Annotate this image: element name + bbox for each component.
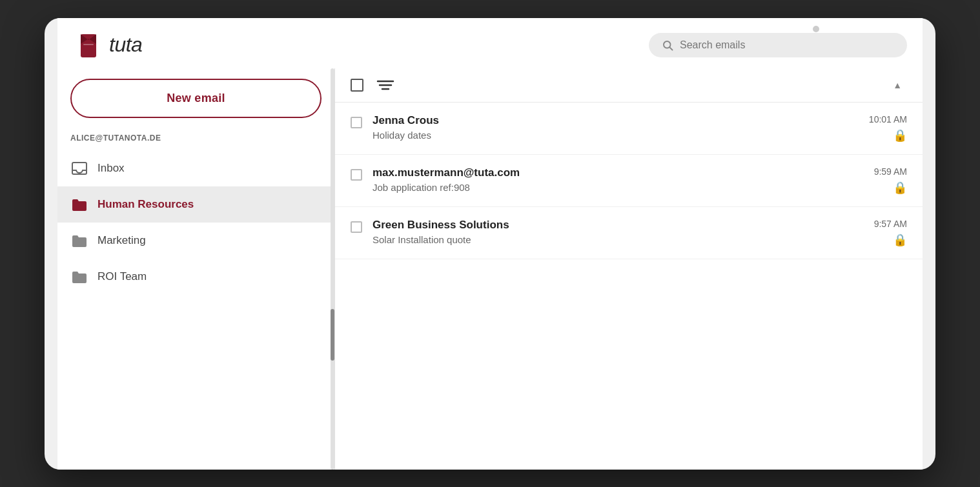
folder-hr-icon [70,195,88,214]
sidebar-item-roi-team[interactable]: ROI Team [57,259,334,295]
email-checkbox-3[interactable] [351,221,362,233]
main-layout: New email ALICE@TUTANOTA.DE Inbox Human … [57,68,923,470]
select-all-checkbox[interactable] [351,79,363,92]
email-content-2: max.mustermann@tuta.com Job application … [373,166,864,193]
inbox-icon [70,159,88,177]
email-checkbox-2[interactable] [351,169,362,181]
device-frame: tuta New email ALICE@TUTANOTA.DE [45,18,935,470]
new-email-button[interactable]: New email [70,79,322,118]
filter-icon[interactable] [376,79,394,92]
svg-line-2 [669,47,672,50]
folder-marketing-icon [70,232,88,250]
lock-icon-1: 🔒 [893,128,907,143]
sidebar-item-human-resources[interactable]: Human Resources [57,186,334,223]
search-input[interactable] [680,39,894,51]
email-subject-3: Solar Installation quote [373,234,864,245]
roi-team-label: ROI Team [97,270,147,283]
email-subject-1: Holiday dates [373,130,859,141]
email-meta-1: 10:01 AM 🔒 [869,114,907,143]
svg-rect-0 [83,44,94,45]
email-checkbox-1[interactable] [351,117,362,128]
logo-area: tuta [73,30,142,61]
sort-chevron: ▲ [893,80,907,90]
header: tuta [57,18,923,68]
sidebar-item-marketing[interactable]: Marketing [57,223,334,259]
sidebar-scrollbar[interactable] [331,68,334,470]
email-item-3[interactable]: Green Business Solutions Solar Installat… [335,207,923,259]
app-container: tuta New email ALICE@TUTANOTA.DE [57,18,923,470]
email-time-3: 9:57 AM [874,219,907,229]
camera [813,26,819,32]
email-time-2: 9:59 AM [874,166,907,177]
email-subject-2: Job application ref:908 [373,182,864,193]
email-meta-2: 9:59 AM 🔒 [874,166,907,195]
marketing-label: Marketing [97,234,146,247]
folder-roi-icon [70,268,88,286]
email-sender-2: max.mustermann@tuta.com [373,166,864,179]
lock-icon-3: 🔒 [893,233,907,247]
email-item[interactable]: Jenna Crous Holiday dates 10:01 AM 🔒 [335,103,923,155]
email-sender-1: Jenna Crous [373,114,859,127]
lock-icon-2: 🔒 [893,181,907,195]
email-content-1: Jenna Crous Holiday dates [373,114,859,141]
sidebar-item-inbox[interactable]: Inbox [57,150,334,186]
email-sender-3: Green Business Solutions [373,219,864,232]
email-list: ▲ Jenna Crous Holiday dates 10:01 AM 🔒 [335,68,923,470]
inbox-label: Inbox [97,162,125,175]
account-email-label: ALICE@TUTANOTA.DE [57,131,334,150]
email-item-2[interactable]: max.mustermann@tuta.com Job application … [335,155,923,207]
human-resources-label: Human Resources [97,198,194,211]
sidebar: New email ALICE@TUTANOTA.DE Inbox Human … [57,68,335,470]
tuta-logo-shape [73,30,104,61]
search-icon [662,39,673,51]
email-meta-3: 9:57 AM 🔒 [874,219,907,247]
email-content-3: Green Business Solutions Solar Installat… [373,219,864,245]
search-bar[interactable] [649,33,907,57]
email-time-1: 10:01 AM [869,114,907,124]
scrollbar-thumb [331,309,334,361]
email-list-header: ▲ [335,68,923,103]
logo-text: tuta [109,33,142,57]
